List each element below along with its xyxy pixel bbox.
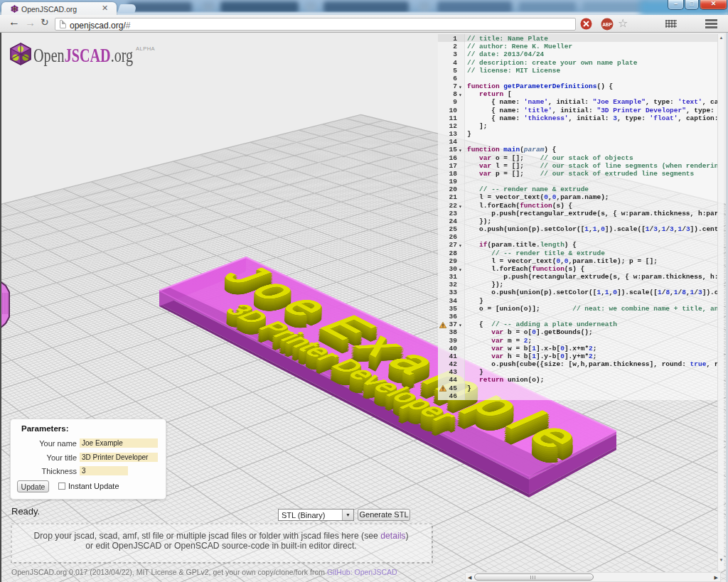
svg-text:ABP: ABP <box>602 22 612 27</box>
